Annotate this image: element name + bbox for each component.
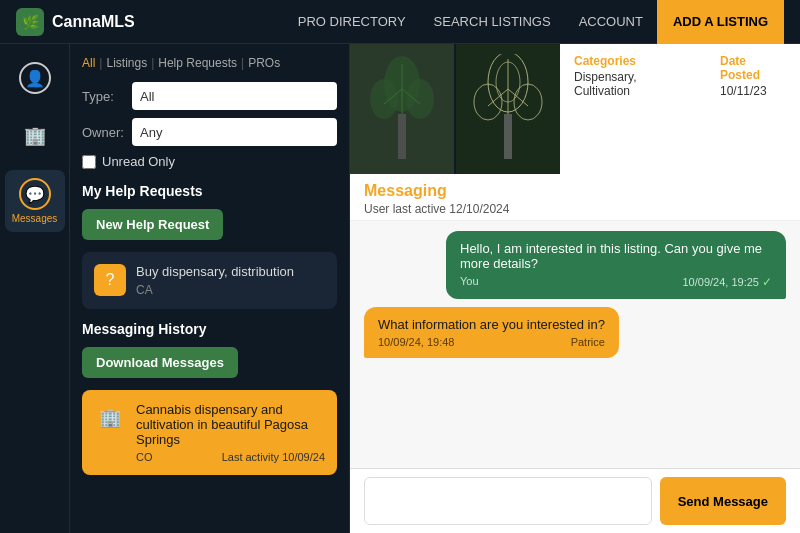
message-received-1: What information are you interested in? …: [364, 307, 619, 358]
categories-col: Categories Dispensary, Cultivation: [574, 54, 690, 98]
right-panel: Categories Dispensary, Cultivation Date …: [350, 44, 800, 533]
filter-tab-pros[interactable]: PROs: [248, 56, 280, 70]
nav-search-listings[interactable]: SEARCH LISTINGS: [420, 0, 565, 44]
messages-label: Messages: [12, 213, 58, 224]
svg-rect-0: [398, 114, 406, 159]
main-layout: 👤 🏢 💬 Messages All | Listings | Help Req…: [0, 44, 800, 533]
messages-icon: 💬: [19, 178, 51, 210]
date-posted-col: Date Posted 10/11/23: [720, 54, 786, 98]
date-posted-heading: Date Posted: [720, 54, 786, 82]
unread-only-checkbox[interactable]: [82, 155, 96, 169]
listing-image-bar: Categories Dispensary, Cultivation Date …: [350, 44, 800, 174]
message-history-state: CO: [136, 451, 153, 463]
messaging-history-title: Messaging History: [82, 321, 337, 337]
message-sent-1: Hello, I am interested in this listing. …: [446, 231, 786, 299]
nav-links: PRO DIRECTORY SEARCH LISTINGS ACCOUNT AD…: [284, 0, 784, 44]
profile-icon: 👤: [19, 62, 51, 94]
sidebar-item-buildings[interactable]: 🏢: [5, 112, 65, 160]
listing-meta-row: Categories Dispensary, Cultivation Date …: [574, 54, 786, 98]
help-request-title: Buy dispensary, distribution: [136, 264, 294, 279]
message-received-sender: Patrice: [571, 336, 605, 348]
message-received-text: What information are you interested in?: [378, 317, 605, 332]
help-request-icon: ?: [94, 264, 126, 296]
listing-meta: Categories Dispensary, Cultivation Date …: [560, 44, 800, 174]
message-read-checkmark: ✓: [762, 275, 772, 289]
nav-pro-directory[interactable]: PRO DIRECTORY: [284, 0, 420, 44]
categories-value: Dispensary, Cultivation: [574, 70, 690, 98]
filter-tabs: All | Listings | Help Requests | PROs: [82, 56, 337, 70]
owner-label: Owner:: [82, 125, 126, 140]
categories-heading: Categories: [574, 54, 690, 68]
help-request-card[interactable]: ? Buy dispensary, distribution CA: [82, 252, 337, 309]
messaging-history-section: Messaging History Download Messages 🏢 Ca…: [82, 321, 337, 475]
listing-image-2: [456, 44, 560, 174]
sidebar-item-profile[interactable]: 👤: [5, 54, 65, 102]
message-received-meta: 10/09/24, 19:48 Patrice: [378, 336, 605, 348]
filter-tab-listings[interactable]: Listings: [106, 56, 147, 70]
message-received-time: 10/09/24, 19:48: [378, 336, 454, 348]
sidebar-item-messages[interactable]: 💬 Messages: [5, 170, 65, 232]
nav-account[interactable]: ACCOUNT: [565, 0, 657, 44]
svg-point-3: [406, 79, 434, 119]
message-history-footer: CO Last activity 10/09/24: [136, 451, 325, 463]
sidebar: 👤 🏢 💬 Messages: [0, 44, 70, 533]
messaging-header: Messaging User last active 12/10/2024: [350, 174, 800, 221]
message-history-card[interactable]: 🏢 Cannabis dispensary and cultivation in…: [82, 390, 337, 475]
messaging-title: Messaging: [364, 182, 786, 200]
user-last-active: User last active 12/10/2024: [364, 202, 786, 216]
message-input-area: Send Message: [350, 468, 800, 533]
unread-only-label: Unread Only: [102, 154, 175, 169]
help-request-info: Buy dispensary, distribution CA: [136, 264, 294, 297]
help-request-state: CA: [136, 283, 294, 297]
svg-point-11: [514, 84, 542, 120]
message-input[interactable]: [364, 477, 652, 525]
send-message-button[interactable]: Send Message: [660, 477, 786, 525]
buildings-icon: 🏢: [19, 120, 51, 152]
message-history-activity: Last activity 10/09/24: [222, 451, 325, 463]
message-history-title: Cannabis dispensary and cultivation in b…: [136, 402, 325, 447]
owner-input[interactable]: [132, 118, 337, 146]
owner-filter-row: Owner:: [82, 118, 337, 146]
add-listing-button[interactable]: ADD A LISTING: [657, 0, 784, 44]
left-panel: All | Listings | Help Requests | PROs Ty…: [70, 44, 350, 533]
svg-point-2: [370, 79, 398, 119]
svg-point-10: [474, 84, 502, 120]
help-requests-title: My Help Requests: [82, 183, 337, 199]
date-posted-value: 10/11/23: [720, 84, 786, 98]
filter-tab-all[interactable]: All: [82, 56, 95, 70]
svg-rect-7: [504, 114, 512, 159]
download-messages-button[interactable]: Download Messages: [82, 347, 238, 378]
message-history-info: Cannabis dispensary and cultivation in b…: [136, 402, 325, 463]
new-help-request-button[interactable]: New Help Request: [82, 209, 223, 240]
logo[interactable]: 🌿 CannaMLS: [16, 8, 135, 36]
type-filter-row: Type:: [82, 82, 337, 110]
unread-only-row: Unread Only: [82, 154, 337, 169]
message-sent-time: 10/09/24, 19:25: [682, 276, 758, 288]
message-sent-meta: You 10/09/24, 19:25 ✓: [460, 275, 772, 289]
top-navigation: 🌿 CannaMLS PRO DIRECTORY SEARCH LISTINGS…: [0, 0, 800, 44]
message-history-icon: 🏢: [94, 402, 126, 434]
messages-area: Hello, I am interested in this listing. …: [350, 221, 800, 468]
type-input[interactable]: [132, 82, 337, 110]
listing-image-1: [350, 44, 454, 174]
message-sent-text: Hello, I am interested in this listing. …: [460, 241, 772, 271]
listing-images: [350, 44, 560, 174]
message-sent-sender: You: [460, 275, 479, 289]
type-label: Type:: [82, 89, 126, 104]
filter-tab-help-requests[interactable]: Help Requests: [158, 56, 237, 70]
logo-text: CannaMLS: [52, 13, 135, 31]
logo-icon: 🌿: [16, 8, 44, 36]
messaging-section: Messaging User last active 12/10/2024 He…: [350, 174, 800, 533]
my-help-requests-section: My Help Requests New Help Request ? Buy …: [82, 183, 337, 309]
